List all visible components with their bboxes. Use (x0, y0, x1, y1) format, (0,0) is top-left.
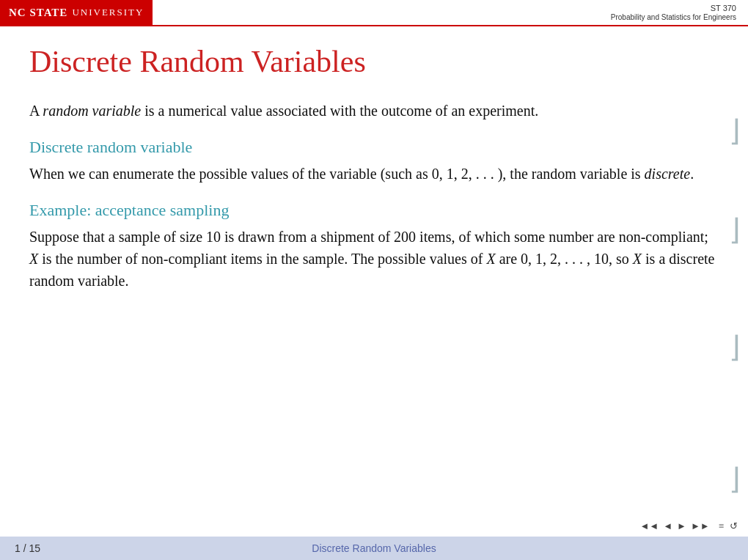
s2-x2: X (486, 251, 495, 267)
nav-menu[interactable]: ≡ (719, 520, 724, 532)
s2-x1: X (29, 251, 38, 267)
university-logo: NC STATE UNIVERSITY (0, 0, 153, 25)
nav-right-double[interactable]: ►► (691, 520, 710, 532)
bottom-bar: 1 / 15 Discrete Random Variables (0, 537, 748, 560)
s1-after: . (690, 166, 694, 182)
s2-part1: Suppose that a sample of size 10 is draw… (29, 229, 708, 245)
s2-x3: X (633, 251, 642, 267)
slide-content: Discrete Random Variables A random varia… (0, 26, 748, 292)
header: NC STATE UNIVERSITY ST 370 Probability a… (0, 0, 748, 26)
bracket-deco-2: ⌋ (729, 213, 741, 247)
para1-after: is a numerical value associated with the… (141, 103, 538, 119)
s2-part2: is the number of non-compliant items in … (38, 251, 486, 267)
s1-before: When we can enumerate the possible value… (29, 166, 645, 182)
slide-title: Discrete Random Variables (29, 44, 719, 79)
section-heading-1: Discrete random variable (29, 138, 719, 157)
bracket-deco-3: ⌋ (729, 330, 741, 364)
course-code: ST 370 (711, 4, 736, 12)
nav-left[interactable]: ◄ (663, 520, 672, 532)
s2-part3: are 0, 1, 2, . . . , 10, so (496, 251, 633, 267)
para1-before: A (29, 103, 43, 119)
footer-title: Discrete Random Variables (59, 542, 689, 554)
section-heading-2: Example: acceptance sampling (29, 201, 719, 220)
nav-controls[interactable]: ◄◄ ◄ ► ►► ≡ ↺ (639, 520, 738, 532)
bracket-deco-4: ⌋ (729, 462, 741, 496)
bracket-deco-1: ⌋ (729, 114, 741, 148)
s1-italic: discrete (645, 166, 691, 182)
nav-left-double[interactable]: ◄◄ (639, 520, 659, 532)
para1-italic: random variable (43, 103, 141, 119)
nav-right[interactable]: ► (677, 520, 686, 532)
page-number: 1 / 15 (0, 542, 59, 554)
paragraph-1: A random variable is a numerical value a… (29, 100, 719, 122)
header-info: ST 370 Probability and Statistics for En… (153, 0, 748, 25)
section2-text: Suppose that a sample of size 10 is draw… (29, 226, 719, 292)
section1-text: When we can enumerate the possible value… (29, 163, 719, 185)
nav-refresh[interactable]: ↺ (730, 520, 738, 532)
course-name: Probability and Statistics for Engineers (611, 13, 736, 21)
logo-university: UNIVERSITY (72, 7, 144, 18)
logo-nc-state: NC STATE (9, 7, 67, 19)
